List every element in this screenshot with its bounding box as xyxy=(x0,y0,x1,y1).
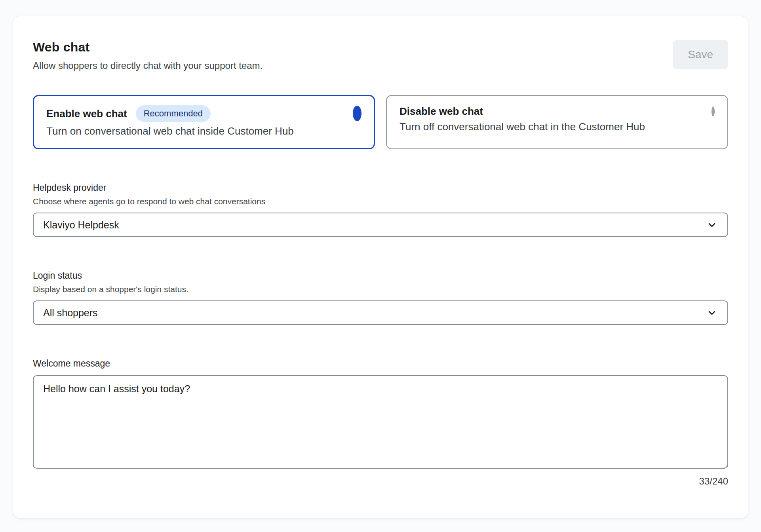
header: Web chat Allow shoppers to directly chat… xyxy=(33,40,728,71)
option-enable-title-row: Enable web chat Recommended xyxy=(46,105,361,122)
helpdesk-provider-label: Helpdesk provider xyxy=(33,182,728,193)
option-disable-title: Disable web chat xyxy=(400,105,483,118)
header-text: Web chat Allow shoppers to directly chat… xyxy=(33,40,263,71)
chevron-down-icon xyxy=(706,307,718,319)
radio-unselected-icon xyxy=(712,106,715,116)
option-enable-description: Turn on conversational web chat inside C… xyxy=(46,125,361,137)
login-status-label: Login status xyxy=(33,270,728,281)
radio-selected-icon xyxy=(353,106,361,121)
helpdesk-provider-value: Klaviyo Helpdesk xyxy=(43,219,706,231)
page-subtitle: Allow shoppers to directly chat with you… xyxy=(33,60,263,71)
helpdesk-provider-helper: Choose where agents go to respond to web… xyxy=(33,197,728,206)
login-status-select[interactable]: All shoppers xyxy=(33,300,728,325)
option-disable-title-row: Disable web chat xyxy=(400,105,715,118)
welcome-message-input[interactable]: Hello how can I assist you today? xyxy=(33,375,728,469)
character-counter: 33/240 xyxy=(33,476,728,487)
option-enable-radio[interactable] xyxy=(353,110,361,117)
page-title: Web chat xyxy=(33,40,263,55)
helpdesk-provider-select[interactable]: Klaviyo Helpdesk xyxy=(33,213,728,237)
option-enable-title: Enable web chat xyxy=(46,108,127,120)
login-status-section: Login status Display based on a shopper'… xyxy=(33,270,728,325)
option-disable-description: Turn off conversational web chat in the … xyxy=(400,121,715,133)
helpdesk-provider-section: Helpdesk provider Choose where agents go… xyxy=(33,182,728,237)
recommended-badge: Recommended xyxy=(136,105,211,122)
save-button[interactable]: Save xyxy=(673,40,728,69)
welcome-message-section: Welcome message Hello how can I assist y… xyxy=(33,358,728,487)
login-status-helper: Display based on a shopper's login statu… xyxy=(33,285,728,294)
option-disable-radio[interactable] xyxy=(712,108,715,115)
web-chat-settings-card: Web chat Allow shoppers to directly chat… xyxy=(13,16,748,519)
login-status-value: All shoppers xyxy=(43,307,706,319)
chevron-down-icon xyxy=(706,219,718,231)
welcome-message-label: Welcome message xyxy=(33,358,728,369)
option-disable-web-chat[interactable]: Disable web chat Turn off conversational… xyxy=(386,95,728,149)
web-chat-toggle-options: Enable web chat Recommended Turn on conv… xyxy=(33,95,728,149)
option-enable-web-chat[interactable]: Enable web chat Recommended Turn on conv… xyxy=(33,95,375,149)
